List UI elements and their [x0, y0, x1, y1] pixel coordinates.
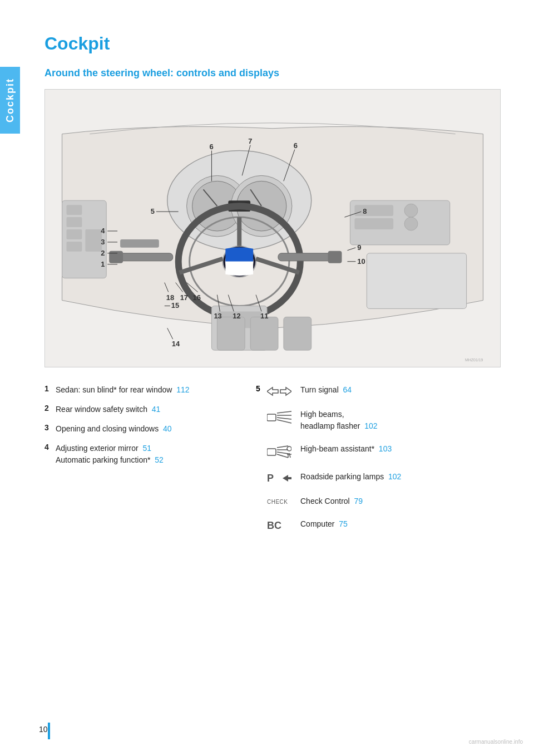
svg-rect-26 [66, 217, 82, 227]
computer-icon: BC [267, 518, 300, 532]
side-tab: Cockpit [0, 67, 20, 134]
right-item-parking-lamps: P Roadside parking lamps 102 [267, 471, 501, 484]
svg-text:17: 17 [180, 293, 188, 302]
svg-rect-37 [367, 253, 466, 309]
svg-rect-23 [328, 251, 342, 263]
turn-signal-text: Turn signal 64 [300, 384, 501, 396]
svg-text:4: 4 [101, 227, 105, 235]
legend-item-4: 4 Adjusting exterior mirror 51 Automatic… [44, 443, 245, 466]
svg-text:2: 2 [101, 249, 105, 257]
page-number: 10 [39, 725, 48, 734]
svg-text:15: 15 [171, 301, 179, 310]
svg-marker-81 [280, 387, 291, 395]
page-title: Cockpit [44, 33, 501, 54]
right-item-high-beams: High beams,headlamp flasher 102 [267, 409, 501, 432]
svg-text:10: 10 [357, 257, 365, 266]
svg-rect-39 [250, 317, 278, 350]
svg-rect-29 [85, 229, 102, 252]
cockpit-diagram: 10:13 am [44, 89, 501, 367]
section-title: Around the steering wheel: controls and … [44, 67, 501, 79]
svg-text:3: 3 [101, 238, 105, 246]
check-control-text: Check Control 79 [300, 495, 501, 507]
svg-rect-38 [217, 317, 245, 350]
legend-area: 1 Sedan: sun blind* for rear window 112 … [44, 384, 501, 546]
high-beam-assistant-text: High-beam assistant* 103 [300, 443, 501, 455]
high-beam-assistant-icon [267, 443, 300, 460]
legend-num-1: 1 [44, 384, 56, 393]
legend-item-3: 3 Opening and closing windows 40 [44, 423, 245, 435]
svg-rect-20 [109, 251, 123, 263]
svg-rect-22 [278, 253, 334, 261]
parking-lamps-text: Roadside parking lamps 102 [300, 471, 501, 483]
legend-text-4: Adjusting exterior mirror 51 Automatic p… [56, 443, 245, 466]
svg-text:16: 16 [193, 293, 201, 302]
legend-item-1: 1 Sedan: sun blind* for rear window 112 [44, 384, 245, 396]
legend-num-5: 5 [256, 384, 267, 393]
high-beams-icon [267, 409, 300, 425]
legend-num-3: 3 [44, 423, 56, 432]
svg-point-35 [404, 204, 418, 217]
svg-line-91 [277, 454, 288, 458]
svg-text:7: 7 [248, 137, 252, 145]
svg-rect-87 [267, 449, 276, 455]
svg-rect-21 [120, 239, 159, 248]
svg-rect-34 [354, 218, 393, 229]
svg-line-83 [277, 411, 291, 413]
svg-rect-82 [267, 414, 276, 421]
legend-text-3: Opening and closing windows 40 [56, 423, 245, 435]
svg-rect-28 [66, 242, 82, 252]
legend-text-1: Sedan: sun blind* for rear window 112 [56, 384, 245, 396]
legend-num-2: 2 [44, 404, 56, 413]
svg-text:6: 6 [294, 141, 298, 150]
right-item-check-control: CHECK Check Control 79 [267, 495, 501, 507]
svg-rect-27 [66, 229, 82, 239]
legend-right: 5 Turn signal 64 [256, 384, 501, 546]
svg-text:CHECK: CHECK [267, 499, 288, 505]
watermark: carmanualsonline.info [469, 739, 523, 745]
svg-rect-25 [66, 205, 82, 215]
svg-line-85 [277, 418, 291, 419]
svg-text:BC: BC [267, 520, 281, 531]
svg-text:9: 9 [357, 243, 361, 252]
right-item-turn-signal: Turn signal 64 [267, 384, 501, 397]
svg-rect-33 [354, 205, 393, 216]
legend-num-4: 4 [44, 443, 56, 451]
svg-marker-80 [267, 387, 278, 395]
svg-line-90 [277, 452, 288, 454]
check-control-icon: CHECK [267, 495, 300, 507]
legend-item-2: 2 Rear window safety switch 41 [44, 404, 245, 415]
svg-text:14: 14 [172, 340, 180, 348]
svg-point-92 [287, 446, 291, 451]
legend-left: 1 Sedan: sun blind* for rear window 112 … [44, 384, 256, 546]
legend-text-2: Rear window safety switch 41 [56, 404, 245, 415]
svg-text:11: 11 [260, 312, 268, 320]
turn-signal-icon [267, 384, 300, 397]
svg-text:12: 12 [233, 312, 240, 320]
high-beams-text: High beams,headlamp flasher 102 [300, 409, 501, 432]
svg-text:18: 18 [166, 293, 174, 302]
svg-text:1: 1 [101, 260, 105, 268]
svg-rect-40 [284, 317, 312, 350]
svg-line-86 [277, 420, 291, 423]
svg-text:MHZ01/19: MHZ01/19 [465, 358, 483, 362]
svg-text:8: 8 [363, 207, 367, 215]
svg-line-88 [277, 446, 288, 448]
svg-rect-19 [117, 253, 173, 261]
svg-text:13: 13 [214, 312, 221, 320]
computer-text: Computer 75 [300, 518, 501, 530]
right-item-computer: BC Computer 75 [267, 518, 501, 532]
svg-marker-94 [283, 475, 291, 482]
roadside-parking-lamps-icon: P [267, 471, 300, 484]
svg-text:5: 5 [151, 207, 155, 215]
page-number-bar [48, 723, 50, 739]
svg-text:P: P [267, 473, 274, 484]
svg-text:6: 6 [209, 143, 213, 151]
svg-point-36 [404, 217, 418, 230]
right-item-high-beam-assistant: High-beam assistant* 103 [267, 443, 501, 460]
